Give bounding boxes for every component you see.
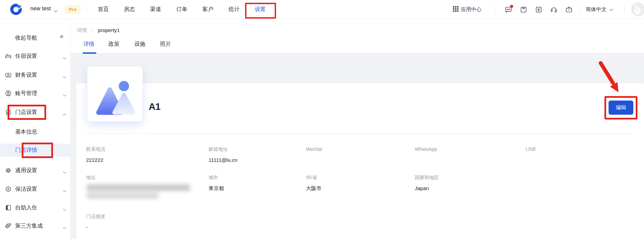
divider — [87, 6, 87, 13]
sidebar-item-cleaning-settings[interactable]: 保洁设置 — [0, 183, 71, 195]
billing-button[interactable] — [535, 6, 542, 13]
page-header: 详情 › property1 详情 政策 设施 照片 — [71, 19, 644, 54]
divider — [624, 6, 625, 13]
menu-item-channels[interactable]: 渠道 — [150, 6, 161, 13]
sidebar-item-store-settings[interactable]: 门店设置 — [0, 106, 71, 118]
sidebar-subitem-store-detail[interactable]: 门店详情 — [0, 144, 71, 157]
detail-tabs: 详情 政策 设施 照片 — [71, 40, 644, 54]
door-icon — [5, 204, 12, 211]
sidebar: 收起导航 « 住宿设置 财务设置 — [0, 19, 71, 239]
chevron-down-icon — [63, 74, 66, 80]
workspace-button[interactable] — [565, 6, 573, 13]
field-row-address: 地址 城市 東京都 州/省 大阪市 国家和地区 Japan — [86, 175, 526, 192]
chevron-down-icon — [63, 188, 66, 194]
breadcrumb: 详情 › property1 — [77, 27, 120, 34]
app-center-label: 应用中心 — [461, 6, 482, 13]
collapse-chevrons-icon: « — [60, 32, 64, 40]
user-icon — [5, 90, 12, 97]
field-wechat: Wechat — [306, 146, 415, 163]
chevron-down-icon — [63, 225, 66, 231]
field-country: 国家和地区 Japan — [415, 175, 526, 192]
menu-item-room-status[interactable]: 房态 — [124, 6, 135, 13]
breadcrumb-parent[interactable]: 详情 — [77, 27, 87, 33]
grid-icon — [453, 6, 458, 13]
menu-item-home[interactable]: 首页 — [98, 6, 109, 13]
field-row-description: 门店描述 - — [86, 214, 209, 230]
chevron-up-icon — [63, 111, 66, 117]
tab-photos[interactable]: 照片 — [159, 41, 172, 48]
divider — [580, 6, 580, 13]
paperclip-icon — [5, 222, 12, 229]
sidebar-item-general-settings[interactable]: 通用设置 — [0, 164, 71, 177]
field-line: LINE — [526, 146, 574, 163]
tab-detail[interactable]: 详情 — [82, 41, 96, 48]
field-phone: 联系电话 222222 — [86, 146, 209, 163]
active-tab-indicator — [83, 52, 96, 54]
field-address: 地址 — [86, 175, 209, 192]
top-navbar: new test Pro 首页 房态 渠道 订单 客户 统计 设置 应用中心 — [0, 0, 644, 19]
bed-icon — [5, 53, 12, 60]
main-content: 详情 › property1 详情 政策 设施 照片 — [71, 19, 644, 239]
field-city: 城市 東京都 — [209, 175, 306, 192]
breadcrumb-separator: › — [92, 27, 93, 33]
collapse-nav-label: 收起导航 — [15, 34, 37, 42]
chevron-down-icon — [63, 92, 66, 98]
navbar-icon-group — [505, 0, 573, 19]
collapse-nav-button[interactable]: 收起导航 « — [0, 32, 71, 44]
language-selector[interactable]: 简体中文 — [586, 0, 613, 19]
messages-button[interactable] — [505, 6, 512, 13]
pro-badge: Pro — [65, 5, 81, 14]
user-avatar[interactable] — [631, 2, 644, 16]
menu-item-settings[interactable]: 设置 — [255, 6, 266, 13]
sidebar-item-account-management[interactable]: 账号管理 — [0, 87, 71, 100]
sidebar-item-self-checkin[interactable]: 自助入住 — [0, 201, 71, 214]
support-button[interactable] — [550, 6, 558, 13]
org-switcher[interactable]: new test — [30, 6, 51, 12]
main-menu: 首页 房态 渠道 订单 客户 统计 设置 — [98, 0, 266, 19]
chevron-down-icon — [54, 8, 58, 14]
sidebar-subitem-basic-info[interactable]: 基本信息 — [0, 125, 71, 138]
chevron-down-icon — [63, 169, 66, 175]
language-label: 简体中文 — [586, 6, 606, 13]
chevron-down-icon — [63, 55, 66, 61]
property-name: A1 — [149, 102, 161, 112]
chevron-down-icon — [609, 7, 613, 12]
field-state: 州/省 大阪市 — [306, 175, 415, 192]
chevron-down-icon — [63, 206, 66, 212]
property-image-placeholder — [87, 66, 143, 122]
hexagon-icon — [5, 186, 12, 193]
field-description: 门店描述 - — [86, 214, 209, 230]
sidebar-item-lodging-settings[interactable]: 住宿设置 — [0, 50, 71, 62]
menu-item-orders[interactable]: 订单 — [176, 6, 187, 13]
field-row-contact: 联系电话 222222 邮箱地址 11111@lu.cn Wechat What… — [86, 146, 574, 163]
breadcrumb-current: property1 — [98, 27, 119, 33]
blurred-address-value — [86, 182, 196, 200]
field-email: 邮箱地址 11111@lu.cn — [209, 146, 306, 163]
app-logo-icon — [10, 3, 23, 15]
bookmark-button[interactable] — [520, 6, 527, 13]
field-whatsapp: WhatsApp — [415, 146, 526, 163]
gear-icon — [5, 167, 12, 174]
image-placeholder-icon — [94, 78, 136, 117]
edit-button[interactable]: 编辑 — [609, 101, 633, 115]
sidebar-item-finance-settings[interactable]: 财务设置 — [0, 69, 71, 81]
app-center-button[interactable]: 应用中心 — [453, 0, 482, 19]
section-divider — [87, 134, 633, 134]
store-icon — [5, 109, 12, 116]
notification-dot — [510, 5, 513, 8]
cashbox-icon — [5, 72, 12, 79]
divider — [495, 6, 495, 13]
menu-item-statistics[interactable]: 统计 — [229, 6, 240, 13]
menu-item-customers[interactable]: 客户 — [202, 6, 213, 13]
tab-policy[interactable]: 政策 — [107, 41, 121, 48]
sidebar-item-third-party[interactable]: 第三方集成 — [0, 220, 71, 232]
tab-facilities[interactable]: 设施 — [133, 41, 147, 48]
